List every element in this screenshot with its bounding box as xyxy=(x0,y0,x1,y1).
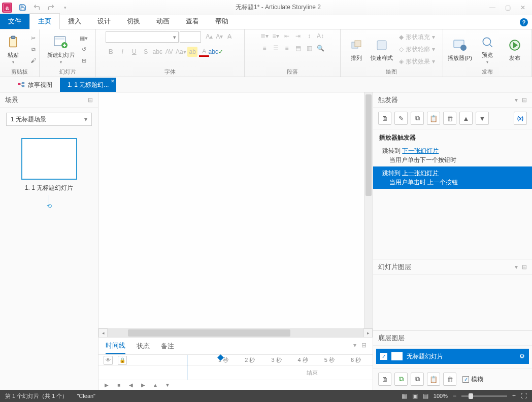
spellcheck-icon[interactable]: abc✓ xyxy=(211,47,221,57)
scroll-left-icon[interactable]: ◂ xyxy=(98,328,108,338)
link-icon[interactable]: ⟲ xyxy=(47,203,52,210)
move-up-icon[interactable]: ▲ xyxy=(459,112,473,125)
blur-checkbox[interactable]: ✓ 模糊 xyxy=(462,375,483,384)
font-size-combo[interactable] xyxy=(180,31,201,43)
strike-icon[interactable]: abc xyxy=(152,47,162,57)
paste-trigger-icon[interactable]: 📋 xyxy=(427,112,440,125)
reset-icon[interactable]: ↺ xyxy=(78,44,89,54)
triggers-menu-icon[interactable]: ▾ xyxy=(515,96,518,104)
publish-button[interactable]: 发布 xyxy=(502,32,527,66)
move-back-icon[interactable]: ◀ xyxy=(127,382,135,389)
bullets-icon[interactable]: ≣▾ xyxy=(259,31,270,41)
view-slideshow-icon[interactable]: ▤ xyxy=(423,392,428,399)
new-trigger-icon[interactable]: 🗎 xyxy=(378,112,391,125)
tab-view[interactable]: 查看 xyxy=(178,14,207,29)
layer-settings-icon[interactable]: ⚙ xyxy=(519,353,525,360)
qat-dropdown-icon[interactable]: ▾ xyxy=(59,2,71,13)
tab-file[interactable]: 文件 xyxy=(0,14,29,29)
scene-selector[interactable]: 1 无标题场景 ▾ xyxy=(6,113,92,126)
tab-home[interactable]: 主页 xyxy=(29,13,60,29)
tab-design[interactable]: 设计 xyxy=(89,14,119,29)
timeline-body[interactable]: 结束 xyxy=(98,366,373,380)
char-spacing-icon[interactable]: AV xyxy=(164,47,174,57)
scroll-right-icon[interactable]: ▸ xyxy=(363,328,373,338)
shape-outline-button[interactable]: ◇形状轮廓▾ xyxy=(397,44,437,55)
line-spacing-icon[interactable]: ↕ xyxy=(304,31,314,41)
font-color-icon[interactable]: A xyxy=(199,47,209,57)
align-left-icon[interactable]: ≡ xyxy=(259,44,270,53)
triggers-undock-icon[interactable]: ⊟ xyxy=(522,96,527,104)
stop-icon[interactable]: ■ xyxy=(115,382,123,389)
view-thumbnails-icon[interactable]: ▦ xyxy=(402,392,407,399)
new-layer-icon[interactable]: 🗎 xyxy=(378,373,391,386)
close-button[interactable]: ✕ xyxy=(516,3,530,13)
view-normal-icon[interactable]: ▣ xyxy=(412,392,418,399)
zoom-out-tl-icon[interactable]: ▲ xyxy=(151,382,159,389)
edit-trigger-icon[interactable]: ✎ xyxy=(394,112,408,125)
find-icon[interactable]: 🔍 xyxy=(315,44,325,53)
tab-help[interactable]: 帮助 xyxy=(207,14,237,29)
vertical-scrollbar[interactable] xyxy=(364,92,373,328)
dup-layer-icon[interactable]: ⧉ xyxy=(394,373,408,386)
tab-timeline[interactable]: 时间线 xyxy=(106,338,125,354)
tab-transition[interactable]: 切换 xyxy=(119,14,148,29)
maximize-button[interactable]: ▢ xyxy=(501,3,515,13)
text-direction-icon[interactable]: A↕ xyxy=(315,31,325,41)
copy-trigger-icon[interactable]: ⧉ xyxy=(411,112,424,125)
tab-current-slide[interactable]: 1. 1 无标题幻... ✕ xyxy=(60,78,116,92)
decrease-font-icon[interactable]: A▾ xyxy=(214,31,224,42)
close-tab-icon[interactable]: ✕ xyxy=(111,79,115,84)
indent-right-icon[interactable]: ⇥ xyxy=(293,31,303,41)
play-icon[interactable]: ▶ xyxy=(103,382,111,389)
time-ruler[interactable]: 1 秒 2 秒 3 秒 4 秒 5 秒 6 秒 xyxy=(132,356,373,364)
font-family-combo[interactable]: ▾ xyxy=(106,31,179,43)
slide-thumbnail[interactable] xyxy=(21,138,77,180)
variables-icon[interactable]: (x) xyxy=(514,112,527,125)
eye-icon[interactable]: 👁 xyxy=(104,356,113,365)
slide-canvas[interactable] xyxy=(98,92,373,328)
zoom-in-tl-icon[interactable]: ▼ xyxy=(163,382,172,389)
trigger-prev-link[interactable]: 上一张幻灯片 xyxy=(402,170,439,177)
columns-icon[interactable]: ▥ xyxy=(304,44,314,53)
help-icon[interactable]: ? xyxy=(520,18,528,26)
zoom-out-icon[interactable]: − xyxy=(453,392,456,399)
copy-icon[interactable]: ⧉ xyxy=(28,44,39,54)
align-right-icon[interactable]: ≡ xyxy=(282,44,292,53)
layout-icon[interactable]: ▦▾ xyxy=(78,33,89,43)
format-painter-icon[interactable]: 🖌 xyxy=(28,55,39,65)
shadow-icon[interactable]: S xyxy=(141,47,151,57)
clear-format-icon[interactable]: A̶ xyxy=(224,31,235,42)
increase-font-icon[interactable]: A▴ xyxy=(204,31,214,42)
lock-icon[interactable]: 🔒 xyxy=(118,356,127,365)
tab-story-view[interactable]: 故事视图 xyxy=(10,78,60,92)
align-center-icon[interactable]: ☰ xyxy=(271,44,281,53)
move-down-icon[interactable]: ▼ xyxy=(476,112,489,125)
minimize-button[interactable]: — xyxy=(485,3,500,13)
tab-insert[interactable]: 插入 xyxy=(60,14,89,29)
align-justify-icon[interactable]: ▤ xyxy=(293,44,303,53)
arrange-button[interactable]: 排列 xyxy=(346,32,367,66)
italic-icon[interactable]: I xyxy=(117,47,127,57)
zoom-in-icon[interactable]: + xyxy=(512,392,516,399)
shape-fill-button[interactable]: ◆形状填充▾ xyxy=(397,32,437,43)
layers-menu-icon[interactable]: ▾ xyxy=(515,263,518,271)
indent-left-icon[interactable]: ⇤ xyxy=(282,31,292,41)
paste-layer-icon[interactable]: 📋 xyxy=(427,373,440,386)
tab-notes[interactable]: 备注 xyxy=(161,339,174,354)
horizontal-scrollbar[interactable]: ◂ ▸ xyxy=(98,328,373,337)
layers-undock-icon[interactable]: ⊟ xyxy=(522,263,527,271)
layer-visible-check[interactable]: ✓ xyxy=(380,353,387,360)
trigger-next[interactable]: 跳转到 下一张幻灯片 当用户单击下一个按钮时 xyxy=(373,144,532,166)
new-slide-button[interactable]: 新建幻灯片 ▾ xyxy=(46,32,76,66)
tab-animation[interactable]: 动画 xyxy=(148,14,178,29)
panel-menu-icon[interactable]: ▾ xyxy=(353,342,356,349)
underline-icon[interactable]: U xyxy=(129,47,139,57)
preview-button[interactable]: 预览 ▾ xyxy=(475,32,500,66)
trigger-next-link[interactable]: 下一张幻灯片 xyxy=(402,147,439,154)
player-button[interactable]: 播放器(P) xyxy=(447,32,473,66)
zoom-region-icon[interactable]: ⊞ xyxy=(78,55,89,65)
redo-icon[interactable] xyxy=(45,2,57,13)
save-icon[interactable] xyxy=(16,2,28,13)
fit-icon[interactable]: ⛶ xyxy=(521,392,527,399)
scroll-thumb[interactable] xyxy=(128,329,290,337)
